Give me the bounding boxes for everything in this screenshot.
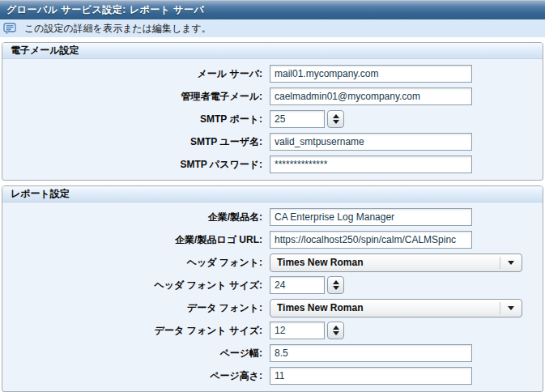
spinner-down-icon[interactable]: [333, 286, 339, 290]
company-product-name-label: 企業/製品名:: [2, 211, 270, 224]
page-title: グローバル サービス設定: レポート サーバ: [6, 3, 204, 17]
spinner-up-icon[interactable]: [333, 280, 339, 284]
data-font-label: データ フォント:: [2, 301, 270, 315]
smtp-port-stepper[interactable]: [327, 110, 344, 128]
header-font-size-input[interactable]: [270, 276, 325, 294]
field-row-data-font-size: データ フォント サイズ:: [2, 322, 543, 339]
logo-url-label: 企業/製品ロゴ URL:: [2, 233, 270, 247]
smtp-username-input[interactable]: [270, 133, 472, 151]
field-row-page-height: ページ高さ:: [2, 367, 543, 385]
page-height-label: ページ高さ:: [2, 369, 270, 383]
admin-email-label: 管理者電子メール:: [2, 90, 270, 104]
info-bar: この設定の詳細を表示または編集します。: [0, 19, 545, 37]
info-bar-text: この設定の詳細を表示または編集します。: [24, 22, 211, 36]
field-row-smtp-port: SMTP ポート:: [2, 110, 543, 128]
field-row-company-product-name: 企業/製品名:: [2, 208, 543, 226]
email-settings-header: 電子メール設定: [2, 43, 543, 59]
window-title-bar: グローバル サービス設定: レポート サーバ: [0, 0, 545, 19]
smtp-user-label: SMTP ユーザ名:: [2, 135, 270, 149]
comment-icon: [3, 23, 17, 35]
smtp-port-label: SMTP ポート:: [2, 113, 270, 126]
header-font-label: ヘッダ フォント:: [2, 256, 270, 270]
header-font-dropdown[interactable]: Times New Roman: [270, 254, 522, 272]
spinner-up-icon[interactable]: [333, 326, 339, 330]
header-font-size-stepper[interactable]: [327, 276, 344, 294]
field-row-header-font: ヘッダ フォント: Times New Roman: [2, 254, 543, 271]
field-row-page-width: ページ幅:: [2, 344, 543, 362]
report-settings-header: レポート設定: [2, 186, 543, 202]
mail-server-input[interactable]: [270, 65, 472, 83]
field-row-smtp-password: SMTP パスワード:: [2, 156, 543, 173]
data-font-size-stepper[interactable]: [327, 322, 344, 339]
header-font-size-label: ヘッダ フォント サイズ:: [2, 279, 270, 292]
field-row-admin-email: 管理者電子メール:: [2, 87, 543, 105]
field-row-data-font: データ フォント: Times New Roman: [2, 299, 543, 317]
page-height-input[interactable]: [270, 367, 472, 385]
data-font-dropdown[interactable]: Times New Roman: [270, 299, 522, 317]
admin-email-input[interactable]: [270, 87, 472, 105]
dropdown-arrow-icon[interactable]: [500, 257, 522, 269]
data-font-selected-value: Times New Roman: [270, 302, 500, 313]
smtp-port-input[interactable]: [270, 110, 325, 128]
data-font-size-input[interactable]: [270, 322, 325, 339]
email-settings-section: 電子メール設定 メール サーバ: 管理者電子メール: SMTP ポート:: [2, 42, 543, 181]
mail-server-label: メール サーバ:: [2, 67, 270, 81]
smtp-password-input[interactable]: [270, 156, 472, 173]
report-settings-section: レポート設定 企業/製品名: 企業/製品ロゴ URL: ヘッダ フォント: Ti…: [2, 185, 543, 392]
company-product-name-input[interactable]: [270, 208, 472, 226]
field-row-smtp-user: SMTP ユーザ名:: [2, 133, 543, 151]
page-width-input[interactable]: [270, 344, 472, 362]
logo-url-input[interactable]: [270, 231, 472, 249]
spinner-down-icon[interactable]: [333, 331, 339, 335]
smtp-password-label: SMTP パスワード:: [2, 158, 270, 172]
data-font-size-label: データ フォント サイズ:: [2, 324, 270, 338]
spinner-down-icon[interactable]: [333, 120, 339, 124]
dropdown-arrow-icon[interactable]: [500, 302, 522, 314]
field-row-logo-url: 企業/製品ロゴ URL:: [2, 231, 543, 249]
field-row-mail-server: メール サーバ:: [2, 65, 543, 83]
page-width-label: ページ幅:: [2, 347, 270, 360]
header-font-selected-value: Times New Roman: [270, 257, 500, 268]
field-row-header-font-size: ヘッダ フォント サイズ:: [2, 276, 543, 294]
spinner-up-icon[interactable]: [333, 114, 339, 118]
